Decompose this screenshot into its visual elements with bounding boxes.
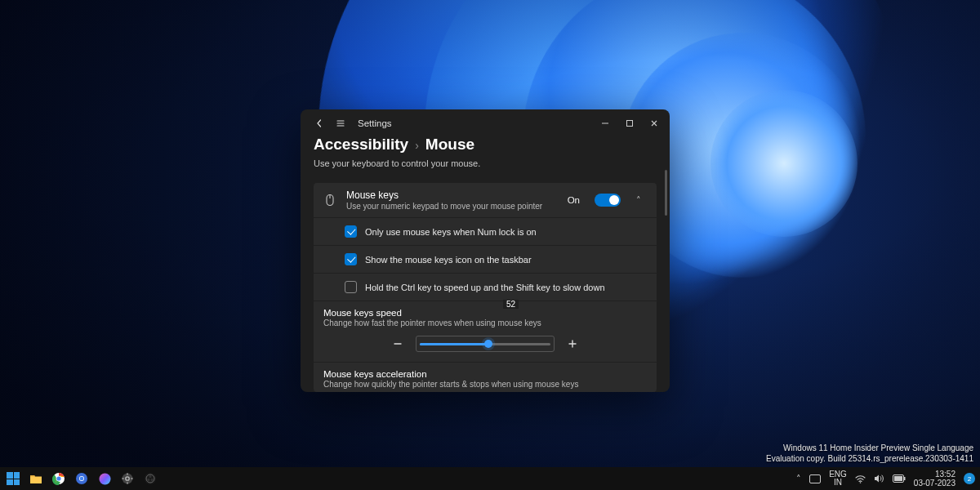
checkbox-numlock[interactable]: [345, 225, 357, 238]
svg-point-22: [860, 482, 862, 483]
mousekeys-card: Mouse keys Use your numeric keypad to mo…: [314, 183, 657, 392]
speed-title: Mouse keys speed: [323, 308, 647, 318]
breadcrumb: Accessibility › Mouse: [314, 137, 657, 154]
scrollbar-thumb[interactable]: [665, 170, 667, 216]
svg-point-20: [151, 479, 154, 481]
titlebar: Settings: [301, 109, 670, 137]
mouse-icon: [323, 194, 336, 207]
svg-point-18: [149, 475, 151, 478]
clock[interactable]: 13:52 03-07-2023: [914, 470, 956, 488]
accel-desc: Change how quickly the pointer starts & …: [323, 380, 647, 389]
tray-overflow-chevron-icon[interactable]: ˄: [796, 474, 801, 484]
svg-point-5: [56, 476, 60, 480]
option-show-taskbar-icon[interactable]: Show the mouse keys icon on the taskbar: [314, 245, 657, 273]
mousekeys-toggle[interactable]: [595, 194, 621, 207]
speed-section: Mouse keys speed Change how fast the poi…: [314, 301, 657, 362]
svg-rect-24: [894, 476, 902, 481]
speed-desc: Change how fast the pointer moves when u…: [323, 318, 647, 327]
svg-point-19: [147, 479, 149, 481]
close-button[interactable]: [642, 113, 666, 134]
watermark-line2: Evaluation copy. Build 25314.rs_prerelea…: [766, 453, 973, 464]
breadcrumb-current: Mouse: [425, 137, 474, 154]
page-subtitle: Use your keyboard to control your mouse.: [314, 158, 657, 168]
toggle-state-label: On: [568, 195, 580, 205]
volume-icon[interactable]: [874, 474, 884, 483]
decrease-button[interactable]: [391, 337, 404, 350]
watermark-line1: Windows 11 Home Insider Preview Single L…: [766, 443, 973, 453]
svg-rect-21: [810, 474, 821, 483]
taskbar-app-explorer[interactable]: [28, 470, 44, 487]
speed-slider[interactable]: [416, 336, 555, 352]
checkbox-ctrlshift[interactable]: [345, 281, 357, 293]
chevron-up-icon[interactable]: ˄: [630, 195, 647, 206]
option-ctrl-shift[interactable]: Hold the Ctrl key to speed up and the Sh…: [314, 273, 657, 301]
taskbar-app-settings[interactable]: [119, 470, 136, 487]
app-title: Settings: [358, 118, 392, 128]
accel-section: Mouse keys acceleration Change how quick…: [314, 362, 657, 392]
wifi-icon[interactable]: [855, 474, 866, 483]
checkbox-taskbar[interactable]: [345, 253, 357, 265]
mousekeys-title: Mouse keys: [346, 189, 558, 201]
tray-keyboard-icon[interactable]: [809, 474, 821, 483]
mousekeys-header[interactable]: Mouse keys Use your numeric keypad to mo…: [314, 183, 657, 217]
option-numlock[interactable]: Only use mouse keys when Num lock is on: [314, 217, 657, 245]
maximize-button[interactable]: [617, 113, 642, 134]
svg-rect-0: [627, 121, 633, 127]
taskbar-app-chrome[interactable]: [51, 470, 67, 487]
menu-button[interactable]: [330, 113, 351, 134]
taskbar: ˄ ENG IN 13:52 03-07-2023 2: [0, 467, 980, 490]
taskbar-app-obs[interactable]: [142, 470, 158, 487]
back-button[interactable]: [309, 113, 330, 134]
minimize-button[interactable]: [593, 113, 617, 134]
taskbar-app-chrome-canary[interactable]: [74, 470, 90, 487]
start-button[interactable]: [5, 470, 21, 487]
speed-value-tooltip: 52: [503, 300, 519, 309]
breadcrumb-parent[interactable]: Accessibility: [314, 137, 408, 154]
settings-window: Settings Accessibility › Mouse Use your …: [301, 109, 670, 392]
svg-rect-25: [904, 477, 906, 480]
watermark: Windows 11 Home Insider Preview Single L…: [766, 443, 973, 464]
svg-point-8: [80, 477, 84, 481]
notification-badge[interactable]: 2: [964, 473, 975, 484]
taskbar-app-copilot[interactable]: [96, 470, 113, 487]
increase-button[interactable]: [566, 337, 579, 350]
chevron-right-icon: ›: [415, 139, 419, 152]
accel-title: Mouse keys acceleration: [323, 369, 647, 379]
mousekeys-desc: Use your numeric keypad to move your mou…: [346, 202, 558, 211]
battery-icon[interactable]: [893, 474, 906, 483]
windows-icon: [7, 472, 20, 485]
svg-point-9: [99, 473, 110, 484]
language-indicator[interactable]: ENG IN: [829, 470, 847, 487]
